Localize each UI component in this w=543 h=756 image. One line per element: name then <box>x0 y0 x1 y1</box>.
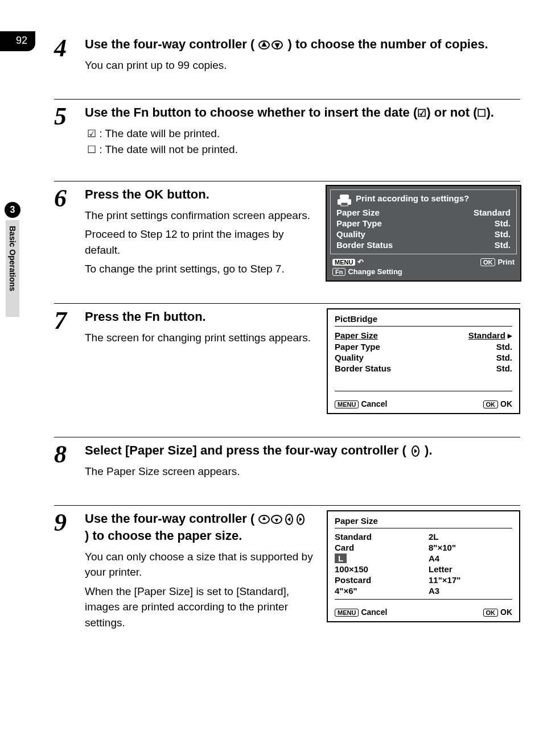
section-number-badge: 3 <box>5 202 20 218</box>
text: button to choose whether to insert the d… <box>149 105 417 119</box>
label: Paper Type <box>336 218 382 228</box>
right-arrow-dpad-icon <box>410 443 425 457</box>
cancel-label: Cancel <box>361 608 387 617</box>
ok-badge: OK <box>483 400 499 408</box>
ok-badge: OK <box>483 609 499 617</box>
fn-badge: Fn <box>332 268 345 276</box>
paper-size-grid: Standard 2L Card 8"×10" L A4 100×150 Let… <box>335 532 512 600</box>
text: : The date will not be printed. <box>96 143 238 155</box>
step6-body1: The print settings confirmation screen a… <box>85 208 314 224</box>
four-way-arrow-icon <box>258 511 307 526</box>
value: Standard <box>468 331 505 340</box>
text: ) to choose the paper size. <box>85 528 242 543</box>
step-5: 5 Use the Fn button to choose whether to… <box>54 99 520 158</box>
step-9: 9 Use the four-way controller ( <box>54 505 520 634</box>
checkbox-empty-icon: ☐ <box>87 144 96 155</box>
step-number-4: 4 <box>54 36 75 61</box>
text: Select [Paper Size] and press the four-w… <box>85 443 406 457</box>
row-border: Border StatusStd. <box>336 239 511 250</box>
text: button. <box>160 309 206 324</box>
up-down-arrow-icon <box>258 37 287 51</box>
ok-label: OK <box>145 187 163 201</box>
label: Quality <box>335 353 364 362</box>
text: Use the four-way controller ( <box>85 37 254 51</box>
ok-badge: OK <box>480 258 496 266</box>
text: Press the <box>85 187 145 201</box>
option-standard: Standard <box>335 532 418 542</box>
option-11x17: 11"×17" <box>429 575 512 585</box>
step-number-5: 5 <box>54 104 75 129</box>
label: Border Status <box>336 240 393 250</box>
page-number: 92 <box>0 31 35 51</box>
option-8x10: 8"×10" <box>429 543 512 552</box>
step8-body: The Paper Size screen appears. <box>85 464 520 480</box>
option-card: Card <box>335 543 418 552</box>
text: Press the <box>85 309 145 324</box>
step4-heading: Use the four-way controller ( ) to choos… <box>85 36 520 53</box>
step-7: 7 Press the Fn button. The screen for ch… <box>54 303 520 414</box>
row-border: Border StatusStd. <box>335 363 512 374</box>
row-paper-size: Paper SizeStandard ▸ <box>335 330 512 341</box>
step-number-8: 8 <box>54 442 75 467</box>
step5-row-unchecked: ☐ : The date will not be printed. <box>85 142 520 158</box>
option-letter: Letter <box>429 564 512 574</box>
change-setting-label: Change Setting <box>348 267 402 276</box>
option-l-selected: L <box>335 553 347 563</box>
label: Border Status <box>335 363 391 373</box>
step6-body3: To change the print settings, go to Step… <box>85 261 314 277</box>
ok-label: OK <box>500 399 512 408</box>
menu-badge: MENU <box>335 609 359 617</box>
option-postcard: Postcard <box>335 575 418 585</box>
label: Paper Type <box>335 342 380 352</box>
checkbox-checked-icon: ☑ <box>87 128 96 139</box>
step-number-9: 9 <box>54 510 75 535</box>
value: Std. <box>495 218 511 228</box>
confirmation-screen: Print according to settings? Paper SizeS… <box>327 186 520 280</box>
paper-size-screen: Paper Size Standard 2L Card 8"×10" L A4 … <box>327 510 520 622</box>
text: button. <box>163 187 209 201</box>
text: ). <box>425 443 432 457</box>
checkbox-checked-icon: ☑ <box>417 108 426 119</box>
label: Quality <box>336 229 365 239</box>
step5-row-checked: ☑ : The date will be printed. <box>85 126 520 142</box>
row-quality: QualityStd. <box>335 352 512 363</box>
screen-title: Print according to settings? <box>356 193 469 204</box>
right-triangle-icon: ▸ <box>508 331 512 340</box>
step-number-7: 7 <box>54 308 75 333</box>
label: Paper Size <box>335 331 378 341</box>
option-4x6: 4"×6" <box>335 586 418 596</box>
text: ). <box>486 105 493 119</box>
step5-heading: Use the Fn button to choose whether to i… <box>85 104 520 121</box>
value: Std. <box>496 353 512 362</box>
side-section-tab: 3 Basic Operations <box>0 202 25 317</box>
text: ) or not ( <box>426 105 477 119</box>
step-8: 8 Select [Paper Size] and press the four… <box>54 437 520 482</box>
option-2l: 2L <box>429 532 512 542</box>
step9-body2: When the [Paper Size] is set to [Standar… <box>85 584 314 631</box>
section-label: Basic Operations <box>6 220 19 317</box>
pictbridge-screen: PictBridge Paper SizeStandard ▸ Paper Ty… <box>327 308 520 414</box>
option-100x150: 100×150 <box>335 564 418 574</box>
svg-rect-2 <box>340 195 349 199</box>
print-label: Print <box>497 258 515 266</box>
text: : The date will be printed. <box>96 127 220 139</box>
text: Use the <box>85 105 134 119</box>
row-paper-type: Paper TypeStd. <box>335 341 512 352</box>
ok-label: OK <box>500 608 512 617</box>
back-arrow-icon: ↶ <box>357 258 364 266</box>
svg-rect-4 <box>341 203 348 206</box>
step8-heading: Select [Paper Size] and press the four-w… <box>85 442 520 459</box>
row-paper-type: Paper TypeStd. <box>336 218 511 229</box>
fn-label: Fn <box>145 309 160 324</box>
cancel-label: Cancel <box>361 399 387 408</box>
option-a4: A4 <box>429 553 512 563</box>
value: Std. <box>496 342 512 352</box>
step-6: 6 Press the OK button. The print setting… <box>54 181 520 280</box>
value: Std. <box>495 229 511 239</box>
screen-title: PictBridge <box>335 314 512 327</box>
step6-heading: Press the OK button. <box>85 186 314 203</box>
option-a3: A3 <box>429 586 512 596</box>
row-quality: QualityStd. <box>336 229 511 239</box>
step-number-6: 6 <box>54 186 75 211</box>
screen-title: Paper Size <box>335 516 512 528</box>
